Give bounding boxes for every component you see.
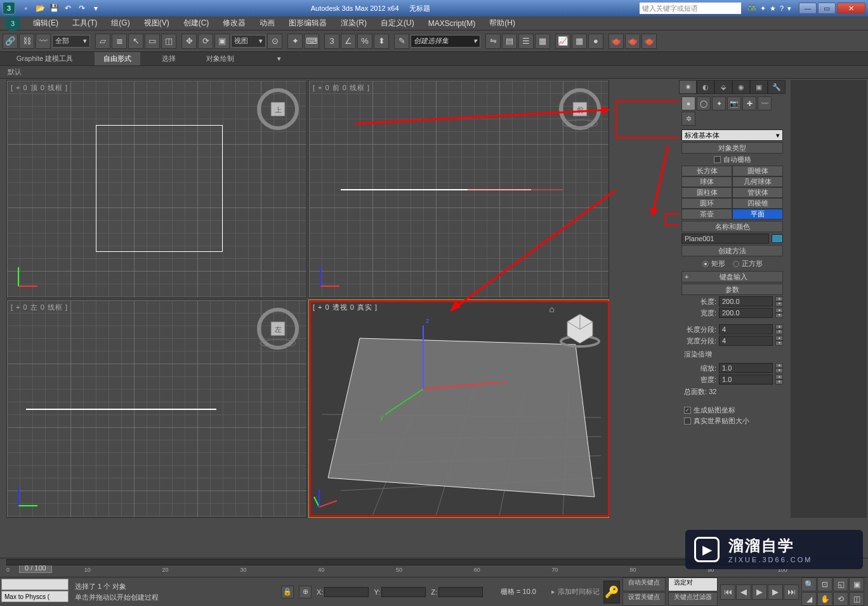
tab-utilities-icon[interactable]: 🔧 (768, 80, 786, 94)
spinner-snap-icon[interactable]: ⬍ (374, 34, 389, 49)
type-pyramid[interactable]: 四棱锥 (732, 198, 783, 209)
menu-animation[interactable]: 动画 (253, 16, 281, 30)
home-icon[interactable]: ⌂ (549, 304, 555, 314)
density-input[interactable]: 1.0 (719, 374, 773, 385)
app-logo[interactable]: 3 (3, 2, 15, 15)
zoom-icon[interactable]: 🔍 (801, 577, 817, 591)
spacewarps-icon[interactable]: 〰 (758, 96, 772, 110)
viewcube-icon[interactable]: 上 (256, 87, 300, 131)
select-object-icon[interactable]: ▱ (95, 34, 110, 49)
rollout-create-method[interactable]: 创建方法 (681, 245, 783, 256)
next-frame-icon[interactable]: ▶ (768, 584, 783, 600)
goto-end-icon[interactable]: ⏭ (784, 584, 799, 600)
unlink-icon[interactable]: ⛓ (19, 34, 34, 49)
window-crossing-icon[interactable]: ◫ (161, 34, 176, 49)
zoom-extents-all-icon[interactable]: ▣ (849, 577, 864, 591)
exchange-icon[interactable]: ✦ (760, 4, 766, 13)
menu-customize[interactable]: 自定义(U) (374, 16, 421, 30)
zoom-all-icon[interactable]: ⊡ (817, 577, 832, 591)
primitive-category-dropdown[interactable]: 标准基本体▾ (681, 129, 783, 141)
method-square-radio[interactable]: 正方形 (733, 259, 763, 268)
qat-undo-icon[interactable]: ↶ (62, 3, 74, 14)
manipulate-icon[interactable]: ✦ (287, 34, 303, 49)
length-seg-spinner[interactable]: ▴▾ (775, 324, 783, 334)
menu-tools[interactable]: 工具(T) (66, 16, 103, 30)
percent-snap-icon[interactable]: % (357, 34, 372, 49)
search-input[interactable]: 键入关键字或短语 (640, 3, 741, 14)
z-input[interactable] (438, 587, 483, 597)
rollout-name-color[interactable]: 名称和颜色 (681, 221, 783, 232)
viewcube-icon[interactable]: 前 (558, 87, 602, 131)
app-menu-button[interactable]: 3 (5, 16, 20, 30)
lock-icon[interactable]: 🔒 (281, 586, 294, 598)
prev-frame-icon[interactable]: ◀ (736, 584, 751, 600)
menu-render[interactable]: 渲染(R) (334, 16, 373, 30)
scale-spinner[interactable]: ▴▾ (775, 363, 783, 373)
qat-open-icon[interactable]: 📂 (34, 3, 46, 14)
rollout-parameters[interactable]: 参数 (681, 284, 783, 295)
gen-uv-checkbox[interactable]: ✓ (684, 407, 691, 414)
ribbon-tab-paint[interactable]: 对象绘制 (197, 52, 243, 65)
length-input[interactable]: 200.0 (719, 296, 773, 306)
length-spinner[interactable]: ▴▾ (775, 296, 783, 306)
rollout-keyboard-entry[interactable]: +键盘输入 (681, 271, 783, 282)
menu-maxscript[interactable]: MAXScript(M) (422, 18, 482, 29)
systems-icon[interactable]: ✲ (681, 112, 695, 126)
play-icon[interactable]: ▶ (752, 584, 767, 600)
qat-dropdown-icon[interactable]: ▾ (90, 3, 102, 14)
menu-group[interactable]: 组(G) (105, 16, 136, 30)
close-button[interactable]: ✕ (837, 3, 865, 14)
ribbon-expand-icon[interactable]: ▾ (268, 53, 290, 65)
render-icon[interactable]: 🫖 (641, 34, 657, 49)
scale-icon[interactable]: ▣ (214, 34, 230, 49)
width-spinner[interactable]: ▴▾ (775, 308, 783, 318)
fov-icon[interactable]: ◢ (801, 592, 817, 606)
tab-motion-icon[interactable]: ◉ (732, 80, 750, 94)
select-arrow-icon[interactable]: ↖ (128, 34, 143, 49)
type-teapot[interactable]: 茶壶 (681, 209, 732, 220)
viewport-front[interactable]: [ + 0 前 0 线框 ] 前 (308, 80, 609, 298)
width-seg-spinner[interactable]: ▴▾ (775, 336, 783, 346)
type-sphere[interactable]: 球体 (681, 176, 732, 187)
add-time-tag[interactable]: 添加时间标记 (558, 587, 600, 596)
qat-redo-icon[interactable]: ↷ (76, 3, 88, 14)
trackbar[interactable]: 0 10 20 30 40 50 60 70 80 90 100 (6, 559, 786, 574)
viewcube-icon[interactable]: 左 (256, 306, 300, 351)
rollout-object-type[interactable]: 对象类型 (681, 142, 783, 154)
viewport-left[interactable]: [ + 0 左 0 线框 ] 左 (6, 300, 307, 518)
ref-coord-dropdown[interactable]: 视图▾ (231, 35, 266, 48)
viewport-top[interactable]: [ + 0 顶 0 线框 ] 上 (6, 80, 307, 298)
viewport-perspective[interactable]: [ + 0 透视 0 真实 ] x y z ⌂ (308, 300, 609, 518)
snap-3d-icon[interactable]: 3 (324, 34, 339, 49)
abs-rel-icon[interactable]: ⊕ (299, 586, 312, 598)
selected-range-dropdown[interactable]: 选定对 (668, 577, 718, 591)
layer-icon[interactable]: ☰ (518, 34, 534, 49)
y-input[interactable] (381, 587, 426, 597)
type-box[interactable]: 长方体 (681, 166, 732, 176)
maximize-button[interactable]: ▭ (818, 3, 836, 14)
render-frame-icon[interactable]: 🫖 (625, 34, 640, 49)
maxscript-mini-listener[interactable] (1, 579, 69, 590)
mirror-icon[interactable]: ⇋ (485, 34, 501, 49)
schematic-icon[interactable]: ▦ (572, 34, 587, 49)
menu-edit[interactable]: 编辑(E) (27, 16, 65, 30)
time-tag-expand-icon[interactable]: ▸ (551, 588, 555, 596)
shapes-icon[interactable]: ◯ (697, 96, 711, 110)
width-input[interactable]: 200.0 (719, 308, 773, 318)
move-icon[interactable]: ✥ (181, 34, 197, 49)
menu-modifier[interactable]: 修改器 (216, 16, 252, 30)
bind-space-icon[interactable]: 〰 (36, 34, 51, 49)
select-name-icon[interactable]: ≣ (112, 34, 127, 49)
subscription-icon[interactable]: 👬 (747, 4, 756, 13)
selection-filter-dropdown[interactable]: 全部▾ (52, 35, 90, 48)
keyboard-shortcut-icon[interactable]: ⌨ (304, 34, 319, 49)
tab-modify-icon[interactable]: ◐ (697, 80, 714, 94)
tab-display-icon[interactable]: ▣ (750, 80, 768, 94)
select-region-icon[interactable]: ▭ (145, 34, 160, 49)
ribbon-toggle-icon[interactable]: ▦ (535, 34, 550, 49)
helpers-icon[interactable]: ✚ (742, 96, 756, 110)
realworld-checkbox[interactable] (684, 418, 691, 425)
ribbon-tab-graphite[interactable]: Graphite 建模工具 (8, 52, 82, 65)
render-setup-icon[interactable]: 🫖 (608, 34, 624, 49)
edit-named-sel-icon[interactable]: ✎ (394, 34, 409, 49)
